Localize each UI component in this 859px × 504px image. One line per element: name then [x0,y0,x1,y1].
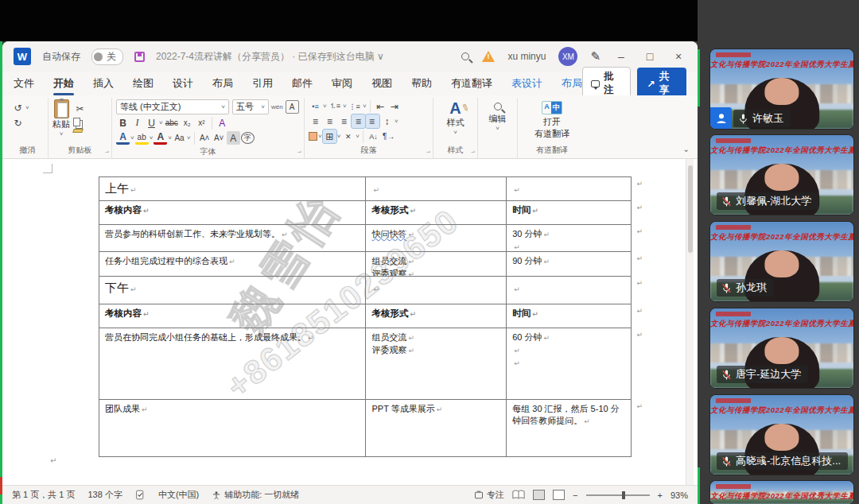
zoom-in-button[interactable]: + [658,490,663,500]
bold-button[interactable]: B [116,116,130,130]
grow-font-button[interactable]: A˄ [198,131,212,145]
table-cell[interactable]: 营员在协同完成小组任务的基础上，形成最终成果。↵ [99,328,366,399]
align-center-button[interactable]: ≡ [323,114,336,128]
redo-button[interactable]: ↻ [11,116,25,130]
shading-button[interactable] [309,132,317,141]
font-name-select[interactable]: 等线 (中文正文)˅ [116,99,229,114]
ribbon-tab[interactable]: 文件 [14,73,34,94]
shrink-font-button[interactable]: A˅ [212,131,226,145]
font-color-button[interactable]: A [154,131,167,145]
cut-button[interactable]: ✂ [73,102,87,115]
chevron-down-icon[interactable]: ˅ [318,133,322,140]
share-button[interactable]: ↗ 共享 [637,68,686,99]
table-cell[interactable]: 每组 30 汇报，然后 5-10 分钟回答教师提问。↵ [507,400,632,456]
zoom-out-button[interactable]: − [573,490,577,500]
save-icon[interactable] [134,52,145,62]
table-cell[interactable]: 组员交流↵评委观察↵ [366,252,507,276]
ribbon-tab[interactable]: 有道翻译 [451,73,492,94]
character-border-button[interactable]: A [286,100,299,114]
scrollbar-thumb[interactable] [688,165,693,253]
accessibility-status[interactable]: 辅助功能: 一切就绪 [212,489,299,501]
align-left-button[interactable]: ≡ [309,114,322,128]
table-cell[interactable]: 团队成果↵ [99,400,366,456]
line-spacing-button[interactable]: ↕ [380,114,394,128]
web-layout-button[interactable] [553,490,565,500]
italic-button[interactable]: I [130,116,144,130]
maximize-button[interactable]: □ [642,50,658,63]
asian-layout-button[interactable]: ✕ [341,130,355,143]
table-cell[interactable]: 时间↵ [507,201,632,224]
table-cell[interactable]: 30 分钟↵↵ [507,225,632,251]
sort-button[interactable]: A↓ [367,130,380,143]
superscript-button[interactable]: x² [195,116,208,130]
enclose-characters-button[interactable]: 字 [241,132,255,144]
chevron-down-icon[interactable]: ˅ [356,133,360,140]
chevron-down-icon[interactable]: ˅ [453,129,457,136]
dialog-launcher-icon[interactable]: ⌐ [297,149,301,156]
dialog-launcher-icon[interactable]: ⌐ [105,149,109,156]
table-cell[interactable]: 90 分钟↵ [507,252,632,276]
ribbon-tab[interactable]: 表设计 [511,73,542,94]
table-cell[interactable]: 考核内容↵ [99,304,366,328]
table-cell[interactable]: 快问快答↵ [366,225,507,251]
search-icon[interactable] [461,52,469,60]
participant-tile[interactable]: 文化与传播学院2022年全国优秀大学生夏令营 [710,481,853,504]
word-count[interactable]: 138 个字 [87,489,122,501]
editing-button[interactable]: 编辑 ˅ [484,99,511,132]
ribbon-tab[interactable]: 开始 [53,73,74,94]
document-title[interactable]: 2022-7-4流程讲解（分享营员） · 已保存到这台电脑 ∨ [156,50,384,64]
zoom-slider-thumb[interactable] [622,491,625,499]
chevron-down-icon[interactable]: ˅ [496,125,499,132]
ribbon-tab[interactable]: 帮助 [411,73,432,94]
minimize-button[interactable]: – [613,50,629,63]
table-cell[interactable]: 组员交流↵评委观察↵ [366,328,507,399]
proofing-icon[interactable] [135,490,146,500]
table-cell[interactable]: 考核形式↵ [366,201,507,224]
align-right-button[interactable]: ≡ [337,114,351,128]
print-layout-button[interactable] [533,490,545,500]
chevron-down-icon[interactable]: ˅ [323,103,327,110]
chevron-down-icon[interactable]: ˅ [187,134,191,142]
change-case-button[interactable]: Aa [173,131,186,145]
phonetic-guide-button[interactable]: wén [270,100,285,114]
table-cell[interactable]: 考核形式↵ [366,304,507,328]
user-avatar[interactable]: XM [558,47,577,66]
participant-tile[interactable]: 文化与传播学院2022年全国优秀大学生夏令营高晓彧-北京信息科技... [710,395,853,475]
chevron-down-icon[interactable]: ˅ [60,130,64,138]
table-cell[interactable]: ↵ [507,177,632,200]
ribbon-tab[interactable]: 视图 [371,73,392,94]
zoom-slider[interactable] [586,494,650,496]
decrease-indent-button[interactable]: ⇤ [374,99,387,113]
chevron-down-icon[interactable]: ˅ [343,103,347,110]
chevron-down-icon[interactable]: ˅ [130,134,134,142]
chevron-down-icon[interactable]: ˅ [337,133,341,140]
borders-button[interactable]: ⊞ [323,130,336,143]
focus-mode-button[interactable]: 专注 [474,489,504,501]
format-painter-button[interactable] [72,129,84,133]
table-cell[interactable]: ↵ [366,277,507,304]
highlight-button[interactable]: ab [135,131,149,145]
show-marks-button[interactable]: ¶→ [381,130,396,143]
wordart-button[interactable]: A [116,131,130,145]
table-cell[interactable]: 考核内容↵ [99,201,366,224]
clear-formatting-button[interactable]: A [216,116,229,130]
strikethrough-button[interactable]: abc [164,116,180,130]
ink-editor-icon[interactable]: ✎ [590,49,601,64]
warning-icon[interactable] [482,51,495,62]
zoom-level[interactable]: 93% [670,490,688,500]
justify-button[interactable]: ≡ [352,114,365,128]
read-mode-button[interactable] [512,490,525,500]
ribbon-tab[interactable]: 设计 [173,73,193,94]
table-cell[interactable]: 时间↵ [507,304,632,328]
close-button[interactable]: × [670,50,686,63]
dialog-launcher-icon[interactable]: ⌐ [471,149,475,156]
distribute-button[interactable]: ≡ [366,114,379,128]
document-page[interactable]: 魏雪怡 +8618510239650 上午↵↵↵↵考核内容↵考核形式↵时间↵↵营… [2,159,698,485]
numbering-button[interactable]: ⒈≡ [328,99,342,113]
ribbon-tab[interactable]: 引用 [252,73,273,94]
table-cell[interactable]: 营员参与的科研创新工作、未来学业规划等。↵ [99,225,366,251]
table-cell[interactable]: 60 分钟↵↵↵ [507,328,632,399]
page-indicator[interactable]: 第 1 页，共 1 页 [12,489,75,501]
chevron-down-icon[interactable]: ˅ [363,103,367,110]
font-size-select[interactable]: 五号˅ [232,99,269,114]
